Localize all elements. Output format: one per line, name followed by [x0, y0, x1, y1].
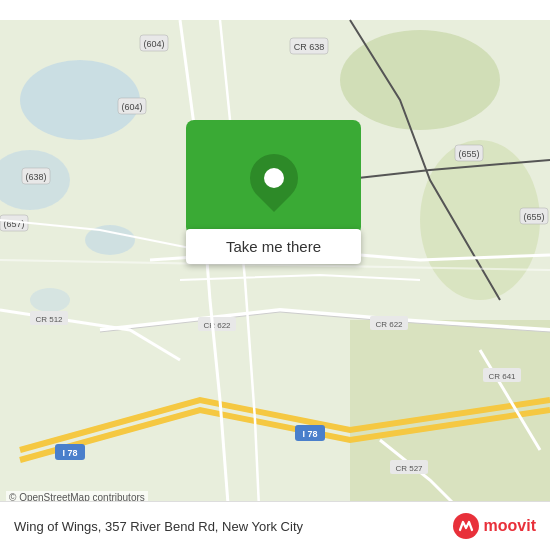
svg-text:(604): (604)	[143, 39, 164, 49]
svg-text:CR 527: CR 527	[395, 464, 423, 473]
moovit-icon	[452, 512, 480, 540]
svg-text:CR 622: CR 622	[375, 320, 403, 329]
svg-text:CR 622: CR 622	[203, 321, 231, 330]
moovit-brand-text: moovit	[484, 517, 536, 535]
svg-text:(655): (655)	[523, 212, 544, 222]
take-me-there-button[interactable]: Take me there	[186, 229, 361, 264]
map-background: I 78 I 78 CR 622 CR 622 CR 512 CR 527 CR…	[0, 0, 550, 550]
marker-card	[186, 120, 361, 235]
svg-text:(655): (655)	[458, 149, 479, 159]
moovit-logo: moovit	[452, 512, 536, 540]
svg-text:(638): (638)	[25, 172, 46, 182]
location-label: Wing of Wings, 357 River Bend Rd, New Yo…	[14, 519, 303, 534]
svg-text:CR 641: CR 641	[488, 372, 516, 381]
svg-text:CR 512: CR 512	[35, 315, 63, 324]
svg-text:I 78: I 78	[62, 448, 77, 458]
bottom-info-bar: Wing of Wings, 357 River Bend Rd, New Yo…	[0, 501, 550, 550]
svg-text:(604): (604)	[121, 102, 142, 112]
map-container: I 78 I 78 CR 622 CR 622 CR 512 CR 527 CR…	[0, 0, 550, 550]
svg-text:CR 638: CR 638	[294, 42, 325, 52]
svg-point-5	[340, 30, 500, 130]
location-pin-icon	[250, 154, 298, 202]
svg-text:I 78: I 78	[302, 429, 317, 439]
svg-point-4	[30, 288, 70, 312]
svg-rect-7	[350, 320, 550, 520]
